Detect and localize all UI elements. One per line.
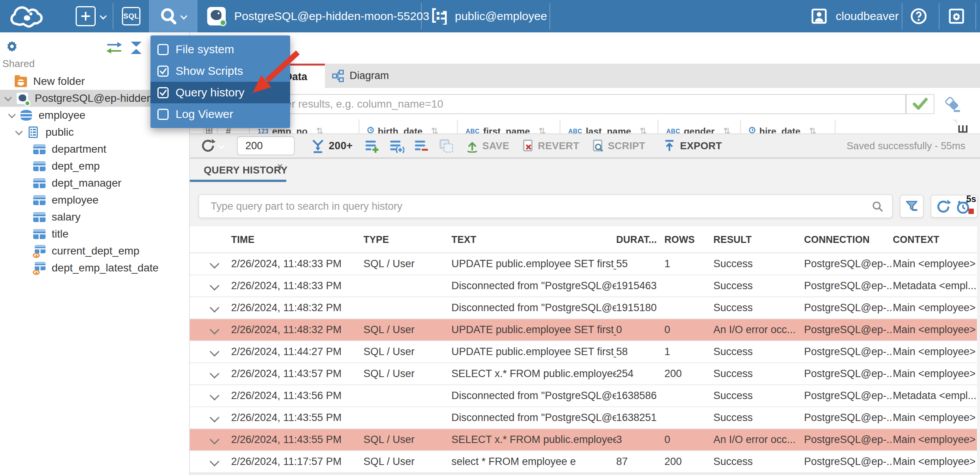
query-history-row[interactable]: 2/26/2024, 11:48:33 PMDisconnected from … — [190, 275, 977, 297]
chevron-expanded-icon[interactable] — [13, 126, 25, 138]
column-header-durat[interactable]: DURAT... — [616, 234, 664, 245]
filter-expression-input[interactable] — [197, 94, 906, 114]
user-menu[interactable]: cloudbeaver — [810, 7, 899, 25]
column-header-text[interactable]: TEXT — [451, 234, 616, 245]
cell-time: 2/26/2024, 11:43:55 PM — [231, 412, 363, 424]
expand-row-icon[interactable] — [209, 368, 221, 380]
schema-selector[interactable]: public@employee — [431, 8, 547, 25]
tree-item-title[interactable]: title — [0, 226, 189, 243]
expand-row-icon[interactable] — [209, 346, 221, 358]
menu-item-show-scripts[interactable]: Show Scripts — [150, 60, 290, 82]
grid-column-header-birth-date[interactable]: birth_date⇅ — [360, 120, 457, 133]
add-row-icon — [364, 138, 380, 153]
close-icon[interactable]: × — [277, 160, 283, 172]
cell-type: SQL / User — [363, 434, 451, 446]
revert-button[interactable]: REVERT — [538, 140, 579, 152]
column-header-time[interactable]: TIME — [231, 234, 363, 245]
chevron-expanded-icon[interactable] — [2, 93, 14, 104]
refresh-history-button[interactable] — [935, 199, 951, 216]
expand-row-icon[interactable] — [209, 324, 221, 336]
tree-item-dept-emp[interactable]: dept_emp — [0, 158, 189, 175]
delete-row-button[interactable] — [414, 138, 429, 153]
expand-row-icon[interactable] — [209, 258, 221, 270]
script-button[interactable]: SCRIPT — [608, 140, 645, 152]
sidebar-settings-button[interactable] — [5, 39, 19, 56]
expand-row-icon[interactable] — [209, 434, 221, 446]
cell-result: Success — [713, 258, 804, 270]
query-history-row[interactable]: 2/26/2024, 11:48:32 PMDisconnected from … — [190, 297, 977, 319]
sync-navigator-button[interactable] — [105, 41, 123, 56]
tab-diagram[interactable]: Diagram — [325, 64, 400, 88]
cell-duration: 1915463 — [616, 280, 664, 292]
apply-filter-button[interactable] — [906, 94, 934, 114]
export-button[interactable]: EXPORT — [680, 140, 722, 152]
tree-item-dept-emp-latest-date[interactable]: dept_emp_latest_date — [0, 259, 189, 276]
column-header-type[interactable]: TYPE — [363, 234, 451, 245]
expand-row-icon[interactable] — [209, 390, 221, 402]
column-header-context[interactable]: CONTEXT — [893, 234, 977, 245]
fetch-more-button[interactable] — [310, 138, 326, 153]
grid-column-header-last-name[interactable]: ABClast_name⇅ — [561, 120, 657, 133]
tree-item-dept-manager[interactable]: dept_manager — [0, 175, 189, 192]
new-connection-button[interactable] — [76, 6, 106, 26]
menu-item-file-system[interactable]: File system — [150, 39, 290, 60]
row-limit-input[interactable] — [237, 136, 295, 155]
clear-filter-button[interactable] — [943, 95, 963, 113]
script-icon — [591, 139, 605, 153]
expand-row-icon[interactable] — [209, 456, 221, 468]
query-history-filter-button[interactable] — [900, 195, 924, 218]
query-history-row[interactable]: 2/26/2024, 11:48:32 PMSQL / UserUPDATE p… — [190, 319, 977, 341]
grid-column-header-hire-date[interactable]: hire_date⇅ — [741, 120, 835, 133]
tree-item-label: public — [46, 126, 74, 138]
grid-column-header-first-name[interactable]: ABCfirst_name⇅ — [458, 120, 559, 133]
add-row-button[interactable] — [364, 138, 380, 153]
tree-item-employee[interactable]: employee — [0, 192, 189, 209]
tree-item-salary[interactable]: salary — [0, 209, 189, 226]
tree-item-department[interactable]: department — [0, 141, 189, 158]
save-button[interactable]: SAVE — [482, 140, 509, 152]
column-header-connection[interactable]: CONNECTION — [804, 234, 893, 245]
settings-button[interactable] — [948, 7, 965, 25]
duplicate-row-button[interactable] — [389, 138, 404, 153]
tree-item-current-dept-emp[interactable]: current_dept_emp — [0, 243, 189, 259]
refresh-button[interactable] — [200, 138, 216, 154]
query-history-row[interactable]: 2/26/2024, 11:43:55 PMDisconnected from … — [190, 407, 977, 429]
decoration — [33, 212, 46, 222]
cell-time: 2/26/2024, 11:17:57 PM — [231, 456, 363, 468]
query-history-tab[interactable]: QUERY HISTORY — [204, 164, 288, 176]
view-icon — [32, 244, 46, 258]
sql-editor-button[interactable]: SQL — [122, 7, 140, 25]
query-history-row[interactable]: 2/26/2024, 11:43:56 PMDisconnected from … — [190, 385, 977, 407]
query-history-search-input[interactable] — [198, 194, 893, 218]
decoration — [33, 253, 40, 258]
object-editor: Data Diagram — [189, 32, 980, 475]
grid-column-header-gender[interactable]: ABCgender⇅ — [659, 120, 740, 133]
expand-row-icon[interactable] — [209, 412, 221, 424]
fetch-more-label[interactable]: 200+ — [329, 140, 353, 152]
menu-item-query-history[interactable]: Query history — [150, 82, 290, 103]
column-header-rows[interactable]: ROWS — [664, 234, 713, 245]
cloudbeaver-logo-icon[interactable] — [9, 4, 46, 29]
scrollbar-track[interactable] — [190, 473, 977, 475]
query-history-row[interactable]: 2/26/2024, 11:43:57 PMSQL / UserSELECT x… — [190, 363, 977, 385]
query-history-row[interactable]: 2/26/2024, 11:43:55 PMSQL / UserSELECT x… — [190, 429, 977, 451]
cell-duration: 58 — [616, 346, 664, 358]
query-history-row[interactable]: 2/26/2024, 11:48:33 PMSQL / UserUPDATE p… — [190, 253, 977, 275]
connection-selector[interactable]: PostgreSQL@ep-hidden-moon-55203 — [207, 7, 429, 25]
grouping-panel-button[interactable] — [438, 138, 454, 153]
expand-row-icon[interactable] — [209, 302, 221, 314]
query-history-row[interactable]: 2/26/2024, 11:17:57 PMSQL / Userselect *… — [190, 451, 977, 473]
help-button[interactable] — [910, 7, 928, 25]
expand-row-icon[interactable] — [209, 280, 221, 292]
collapse-all-button[interactable] — [128, 41, 144, 56]
query-history-row[interactable]: 2/26/2024, 11:44:27 PMSQL / UserUPDATE p… — [190, 341, 977, 363]
chevron-expanded-icon[interactable] — [6, 109, 18, 121]
cell-time: 2/26/2024, 11:44:27 PM — [231, 346, 363, 358]
date-type-icon — [367, 127, 374, 133]
cell-type: SQL / User — [363, 324, 451, 336]
menu-item-log-viewer[interactable]: Log Viewer — [150, 103, 290, 125]
table-icon — [32, 210, 46, 224]
decoration — [521, 139, 535, 153]
tools-menu-button[interactable] — [149, 0, 198, 32]
column-header-result[interactable]: RESULT — [713, 234, 804, 245]
